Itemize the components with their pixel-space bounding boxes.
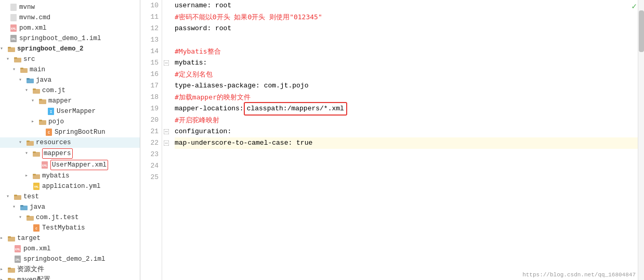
folder-icon xyxy=(7,45,16,53)
line-number: 17 xyxy=(140,80,159,92)
tree-item-SpringBootRun[interactable]: CSpringBootRun xyxy=(0,127,140,137)
svg-text:C: C xyxy=(35,227,37,231)
expand-arrow[interactable]: ▸ xyxy=(31,117,38,126)
tree-item-TestMybatis[interactable]: CTestMybatis xyxy=(0,223,140,233)
tree-item-maven-config[interactable]: ▸maven配置 xyxy=(0,275,140,280)
expand-arrow[interactable]: ▾ xyxy=(19,138,26,147)
tree-item-test-java[interactable]: ▾java xyxy=(0,202,140,212)
tree-item-target[interactable]: ▸target xyxy=(0,233,140,244)
expand-arrow[interactable]: ▾ xyxy=(25,149,32,158)
fold-marker[interactable] xyxy=(162,137,170,149)
expand-arrow[interactable]: ▾ xyxy=(19,213,26,222)
file-icon: IML xyxy=(9,34,18,43)
tree-item-mybatis[interactable]: ▸mybatis xyxy=(0,171,140,181)
expand-arrow[interactable]: ▾ xyxy=(12,65,20,74)
svg-text:YML: YML xyxy=(34,186,38,189)
scrollbar[interactable] xyxy=(638,0,644,280)
tree-item-UserMapper-xml[interactable]: XMLUserMapper.xml xyxy=(0,159,140,171)
tree-item-resources-folder[interactable]: ▸资源文件 xyxy=(0,264,140,275)
tree-label: UserMapper xyxy=(57,107,96,116)
folder-icon xyxy=(7,265,16,274)
folder-icon xyxy=(14,193,22,201)
code-line: type-aliases-package: com.jt.pojo xyxy=(175,80,638,92)
line-number: 13 xyxy=(140,34,159,46)
comment-text: #开启驼峰映射 xyxy=(175,114,219,126)
tree-item-application-yml[interactable]: YMLapplication.yml xyxy=(0,181,140,192)
code-line: #Mybatis整合 xyxy=(175,46,638,57)
expand-arrow[interactable]: ▾ xyxy=(19,75,26,85)
tree-label: java xyxy=(36,75,51,85)
expand-arrow[interactable]: ▸ xyxy=(0,234,7,243)
tree-label: SpringBootRun xyxy=(55,128,106,137)
tree-label: mybatis xyxy=(42,171,70,181)
code-line: #密码不能以0开头 如果0开头 则使用"012345" xyxy=(175,11,638,23)
tree-label: src xyxy=(23,55,35,64)
fold-marker xyxy=(162,46,170,57)
svg-text:XML: XML xyxy=(42,164,48,168)
red-box-classpath: classpath:/mappers/*.xml xyxy=(244,102,347,116)
tree-item-springboot-demo-1-iml[interactable]: IMLspringboot_demo_1.iml xyxy=(0,33,140,44)
tree-label: pom.xml xyxy=(19,23,47,33)
line-number: 10 xyxy=(140,0,159,11)
tree-label: springboot_demo_2 xyxy=(17,44,84,54)
line-number: 20 xyxy=(140,114,159,126)
tree-item-springboot-demo-2-iml[interactable]: IMLspringboot_demo_2.iml xyxy=(0,254,140,264)
file-icon: C xyxy=(32,224,41,232)
comment-text: #密码不能以0开头 如果0开头 则使用"012345" xyxy=(175,11,322,23)
line-number: 25 xyxy=(140,172,159,183)
svg-rect-27 xyxy=(33,151,36,153)
tree-item-com-jt[interactable]: ▾com.jt xyxy=(0,85,140,96)
folder-icon xyxy=(32,172,41,180)
tree-item-mappers[interactable]: ▾mappers xyxy=(0,148,140,159)
tree-item-resources[interactable]: ▾resources xyxy=(0,137,140,148)
scrollbar-thumb[interactable] xyxy=(639,10,644,52)
tree-label: com.jt xyxy=(42,86,65,95)
file-tree[interactable]: mvnwmvnw.cmdXMLpom.xmlIMLspringboot_demo… xyxy=(0,0,140,280)
fold-marker[interactable] xyxy=(162,126,170,137)
expand-arrow[interactable]: ▾ xyxy=(6,55,14,64)
expand-arrow[interactable]: ▸ xyxy=(0,265,7,274)
file-icon xyxy=(9,14,18,22)
expand-arrow[interactable]: ▾ xyxy=(12,202,20,212)
svg-text:C: C xyxy=(48,131,50,135)
tree-item-pojo[interactable]: ▸pojo xyxy=(0,117,140,127)
tree-label: target xyxy=(17,234,41,243)
tree-item-mvnw[interactable]: mvnw xyxy=(0,2,140,12)
expand-arrow[interactable]: ▾ xyxy=(31,96,38,106)
expand-arrow[interactable]: ▾ xyxy=(0,44,7,54)
file-icon xyxy=(9,3,18,11)
folder-icon xyxy=(38,97,47,105)
code-line: mapper-locations: classpath:/mappers/*.x… xyxy=(175,103,638,114)
tree-item-UserMapper[interactable]: IUserMapper xyxy=(0,106,140,117)
file-icon: XML xyxy=(14,245,22,253)
folder-icon xyxy=(7,276,16,280)
tree-label: UserMapper.xml xyxy=(52,161,107,169)
file-icon: C xyxy=(45,128,53,136)
expand-arrow[interactable]: ▾ xyxy=(25,86,32,95)
tree-item-mvnw-cmd[interactable]: mvnw.cmd xyxy=(0,12,140,23)
tree-item-com-jt-test[interactable]: ▾com.jt.test xyxy=(0,212,140,223)
expand-arrow[interactable]: ▾ xyxy=(6,192,14,201)
expand-arrow[interactable]: ▸ xyxy=(25,171,32,181)
folder-icon xyxy=(20,66,28,74)
fold-marker xyxy=(162,149,170,160)
fold-marker[interactable] xyxy=(162,57,170,69)
svg-rect-17 xyxy=(39,99,42,100)
tree-item-main[interactable]: ▾main xyxy=(0,65,140,75)
tree-item-pom-xml-1[interactable]: XMLpom.xml xyxy=(0,23,140,33)
expand-arrow[interactable]: ▸ xyxy=(0,275,7,280)
code-content[interactable]: username: root #密码不能以0开头 如果0开头 则使用"01234… xyxy=(170,0,638,280)
tree-label: java xyxy=(30,202,45,212)
tree-item-pom-xml-2[interactable]: XMLpom.xml xyxy=(0,244,140,254)
tree-item-mapper[interactable]: ▾mapper xyxy=(0,96,140,106)
file-icon: XML xyxy=(9,24,18,32)
tree-item-src[interactable]: ▾src xyxy=(0,54,140,65)
folder-icon xyxy=(32,149,41,158)
tree-item-springboot-demo-2[interactable]: ▾springboot_demo_2 xyxy=(0,44,140,54)
tree-item-java[interactable]: ▾java xyxy=(0,75,140,85)
svg-rect-21 xyxy=(39,120,42,121)
code-text: password: root xyxy=(175,23,231,34)
svg-text:XML: XML xyxy=(15,248,21,251)
tree-item-test[interactable]: ▾test xyxy=(0,192,140,202)
svg-rect-25 xyxy=(27,141,30,142)
